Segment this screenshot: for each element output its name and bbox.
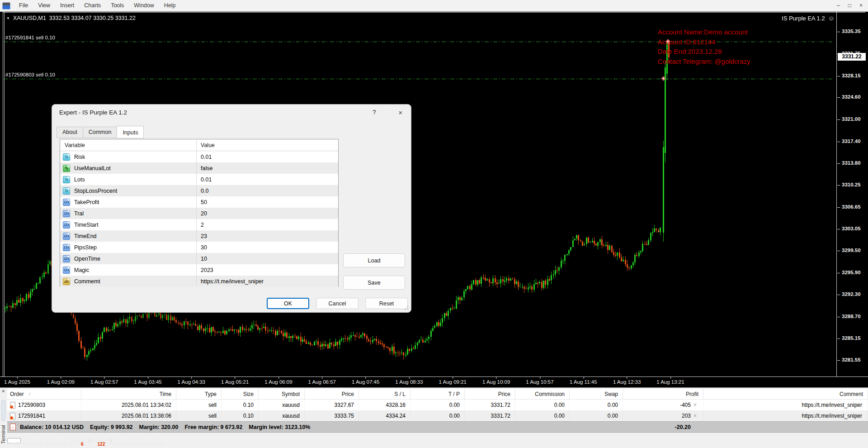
tab-inputs[interactable]: Inputs: [117, 126, 144, 138]
menu-item-window[interactable]: Window: [129, 2, 159, 9]
time-axis-label: 1 Aug 2025: [4, 379, 30, 385]
cell-size-value: 0.10: [243, 413, 254, 419]
load-button[interactable]: Load: [343, 253, 405, 267]
time-axis-label: 1 Aug 11:45: [570, 379, 597, 385]
param-value[interactable]: 0.01: [201, 154, 212, 160]
cell-sl: 4328.16: [359, 400, 410, 410]
minimize-window-icon[interactable]: –: [837, 0, 840, 11]
menu-item-tools[interactable]: Tools: [106, 2, 129, 9]
restore-window-icon[interactable]: □: [848, 0, 851, 11]
column-header-type[interactable]: Type: [176, 389, 222, 400]
tab-common[interactable]: Common: [83, 127, 117, 138]
ok-button[interactable]: OK: [267, 298, 309, 309]
menu-item-file[interactable]: File: [14, 2, 33, 9]
dialog-help-icon[interactable]: ?: [368, 109, 380, 116]
menu-item-charts[interactable]: Charts: [79, 2, 106, 9]
price-axis[interactable]: 3331.22 3335.353331.753328.153324.603321…: [837, 12, 868, 377]
dialog-close-icon[interactable]: ×: [394, 109, 407, 116]
menu-item-help[interactable]: Help: [159, 2, 181, 9]
order-row[interactable]: 1725918412025.08.01 13:38:06sell0.10xauu…: [7, 410, 868, 421]
cell-type: sell: [176, 400, 222, 410]
price-axis-label: 3317.40: [842, 138, 861, 144]
cell-order-value: 172591841: [18, 413, 45, 419]
column-header-swap[interactable]: Swap: [570, 389, 623, 400]
param-value[interactable]: 2023: [201, 267, 213, 273]
param-row-magic[interactable]: 123Magic2023: [60, 264, 338, 276]
column-header-comment[interactable]: Comment: [703, 389, 868, 400]
cell-swap-value: 0.00: [608, 413, 618, 419]
param-row-risk[interactable]: ½Risk0.01: [60, 151, 338, 162]
price-axis-label: 3335.35: [842, 29, 861, 34]
cell-comment: https://t.me/invest_sniper: [703, 410, 868, 421]
column-header-size[interactable]: Size: [222, 389, 259, 400]
tab-about[interactable]: About: [57, 127, 83, 138]
param-row-stoplossprocent[interactable]: ½StopLossProcent0.0: [60, 185, 338, 196]
param-value[interactable]: false: [201, 165, 212, 172]
time-axis-label: 1 Aug 03:45: [134, 379, 161, 385]
dialog-title-bar[interactable]: Expert - IS Purple EA 1.2 ? ×: [52, 105, 411, 121]
time-axis[interactable]: 1 Aug 20251 Aug 02:091 Aug 02:571 Aug 03…: [0, 377, 836, 387]
param-row-pipsstep[interactable]: 123PipsStep30: [60, 242, 338, 253]
ea-watermark-line: Account Name:Demo account: [658, 27, 750, 37]
price-axis-label: 3292.30: [842, 291, 861, 297]
save-button[interactable]: Save: [343, 276, 405, 290]
reset-button[interactable]: Reset: [365, 298, 408, 309]
ea-name-label: IS Purple EA 1.2: [782, 15, 825, 22]
param-value[interactable]: 10: [201, 256, 207, 262]
terminal-tab-account-history[interactable]: Account History: [35, 438, 48, 443]
cell-commission-value: 0.00: [554, 402, 565, 408]
ea-watermark-line: Contact Telegram: @goldcrazy: [658, 57, 750, 67]
param-row-timeend[interactable]: 123TimeEnd23: [60, 230, 338, 242]
param-value[interactable]: 30: [201, 244, 207, 251]
column-header-price-2[interactable]: Price: [465, 389, 515, 400]
close-position-icon[interactable]: ×: [693, 413, 697, 419]
sort-ascending-icon: ∕: [29, 392, 30, 396]
close-window-icon[interactable]: ×: [859, 0, 863, 11]
param-row-commemt[interactable]: abCommemthttps://t.me/invest_sniper: [60, 276, 338, 287]
column-header-profit[interactable]: Profit: [623, 389, 703, 400]
terminal-tab-market[interactable]: Market122: [90, 436, 112, 446]
column-header-label: Order: [10, 391, 24, 397]
cell-tp: 0.00: [410, 400, 465, 410]
param-row-tral[interactable]: 123Tral20: [60, 208, 338, 219]
resize-grip[interactable]: [405, 306, 409, 310]
menu-item-view[interactable]: View: [33, 2, 55, 9]
column-header-symbol[interactable]: Symbol: [259, 389, 305, 400]
inputs-table-rows: ½Risk0.01∿UseManualLotfalse½Lots0.01½Sto…: [60, 151, 338, 287]
param-value[interactable]: 2: [201, 222, 204, 228]
column-header-label: Type: [205, 391, 217, 397]
column-header-price[interactable]: Price: [305, 389, 359, 400]
close-position-icon[interactable]: ×: [693, 402, 697, 408]
param-value[interactable]: 0.01: [201, 176, 212, 183]
column-header-time[interactable]: Time: [81, 389, 176, 400]
param-row-opentime[interactable]: 123OpenTime10: [60, 253, 338, 264]
collapse-quotes-icon[interactable]: ▼: [6, 16, 10, 20]
column-header-commission[interactable]: Commission: [515, 389, 570, 400]
cell-size-value: 0.10: [243, 402, 254, 408]
chart-symbol-header[interactable]: ▼ XAUUSD,M1 3332.53 3334.07 3330.25 3331…: [6, 15, 136, 21]
column-header-s-l[interactable]: S / L: [359, 389, 410, 400]
cancel-button[interactable]: Cancel: [316, 298, 359, 309]
param-row-usemanuallot[interactable]: ∿UseManualLotfalse: [60, 162, 338, 174]
order-row[interactable]: 1725908032025.08.01 13:34:02sell0.10xauu…: [7, 400, 868, 410]
menu-item-insert[interactable]: Insert: [55, 2, 79, 9]
param-row-lots[interactable]: ½Lots0.01: [60, 174, 338, 185]
terminal-tab-journal[interactable]: Journal: [149, 438, 162, 443]
terminal-close-icon[interactable]: ×: [2, 388, 5, 394]
param-row-timestart[interactable]: 123TimeStart2: [60, 219, 338, 230]
terminal-tab-mailbox[interactable]: Mailbox6: [73, 436, 90, 446]
column-header-order[interactable]: Order∕: [7, 389, 81, 400]
cell-type-value: sell: [208, 413, 217, 419]
param-name: TakeProfit: [74, 199, 99, 205]
param-name: Lots: [74, 176, 85, 183]
param-value[interactable]: 20: [201, 210, 207, 217]
param-row-takeprofit[interactable]: 123TakeProfit50: [60, 196, 338, 208]
param-value[interactable]: 23: [201, 233, 207, 239]
param-value[interactable]: 50: [201, 199, 207, 205]
total-profit-value: -20.20: [623, 424, 691, 430]
param-value[interactable]: 0.0: [201, 188, 208, 194]
terminal-tab-news[interactable]: News: [48, 438, 61, 443]
main-menu: FileViewInsertChartsToolsWindowHelp: [14, 0, 181, 11]
column-header-t-p[interactable]: T / P: [410, 389, 465, 400]
param-value[interactable]: https://t.me/invest_sniper: [201, 278, 264, 285]
